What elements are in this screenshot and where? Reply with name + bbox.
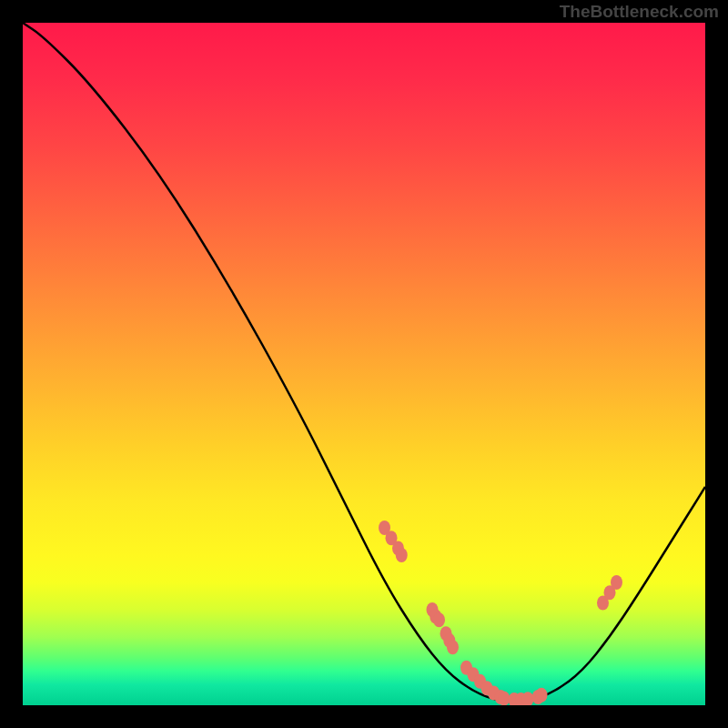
chart-plot-area <box>23 23 705 705</box>
chart-marker <box>498 692 510 706</box>
chart-marker <box>536 688 548 703</box>
chart-svg <box>23 23 705 705</box>
chart-marker <box>447 640 459 654</box>
chart-marker <box>396 548 408 562</box>
chart-markers <box>379 521 622 705</box>
chart-marker <box>611 575 622 590</box>
watermark-text: TheBottleneck.com <box>560 2 719 22</box>
chart-marker <box>433 612 445 627</box>
